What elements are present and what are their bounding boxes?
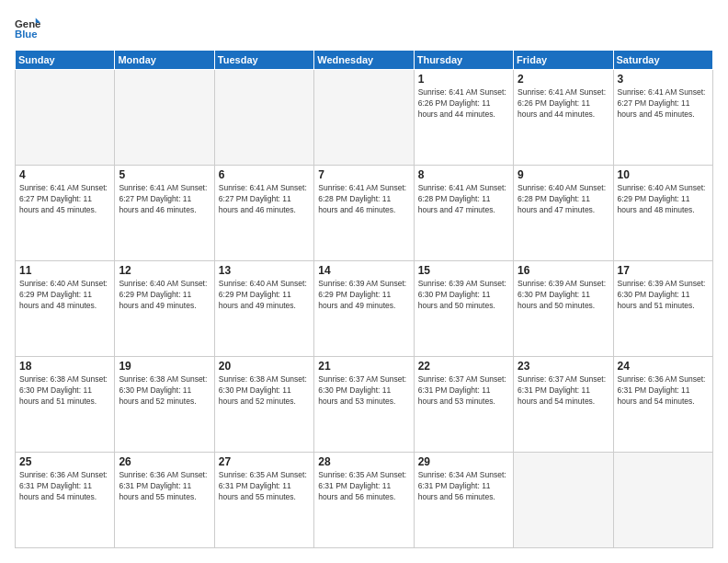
day-info: Sunrise: 6:41 AM Sunset: 6:26 PM Dayligh… xyxy=(518,87,609,121)
day-info: Sunrise: 6:38 AM Sunset: 6:30 PM Dayligh… xyxy=(119,374,210,408)
day-info: Sunrise: 6:40 AM Sunset: 6:29 PM Dayligh… xyxy=(219,279,310,312)
day-info: Sunrise: 6:39 AM Sunset: 6:30 PM Dayligh… xyxy=(618,279,709,312)
calendar-cell: 24Sunrise: 6:36 AM Sunset: 6:31 PM Dayli… xyxy=(613,357,712,453)
day-number: 14 xyxy=(318,264,409,277)
day-number: 7 xyxy=(318,168,409,181)
day-info: Sunrise: 6:41 AM Sunset: 6:26 PM Dayligh… xyxy=(418,87,509,121)
day-number: 10 xyxy=(618,168,709,181)
calendar-cell: 7Sunrise: 6:41 AM Sunset: 6:28 PM Daylig… xyxy=(314,166,414,261)
calendar-cell: 9Sunrise: 6:40 AM Sunset: 6:28 PM Daylig… xyxy=(514,166,613,261)
day-info: Sunrise: 6:40 AM Sunset: 6:28 PM Dayligh… xyxy=(518,183,609,216)
calendar-cell: 23Sunrise: 6:37 AM Sunset: 6:31 PM Dayli… xyxy=(514,357,613,453)
day-info: Sunrise: 6:36 AM Sunset: 6:31 PM Dayligh… xyxy=(19,470,110,503)
day-number: 19 xyxy=(119,360,210,373)
day-info: Sunrise: 6:40 AM Sunset: 6:29 PM Dayligh… xyxy=(119,279,210,312)
day-info: Sunrise: 6:37 AM Sunset: 6:31 PM Dayligh… xyxy=(418,374,509,408)
calendar-cell: 22Sunrise: 6:37 AM Sunset: 6:31 PM Dayli… xyxy=(414,357,513,453)
day-info: Sunrise: 6:41 AM Sunset: 6:27 PM Dayligh… xyxy=(119,183,210,216)
weekday-header-row: SundayMondayTuesdayWednesdayThursdayFrid… xyxy=(16,51,713,70)
day-info: Sunrise: 6:41 AM Sunset: 6:27 PM Dayligh… xyxy=(19,183,110,216)
day-info: Sunrise: 6:39 AM Sunset: 6:30 PM Dayligh… xyxy=(518,279,609,312)
weekday-sunday: Sunday xyxy=(16,51,115,70)
weekday-tuesday: Tuesday xyxy=(214,51,313,70)
calendar-cell: 21Sunrise: 6:37 AM Sunset: 6:30 PM Dayli… xyxy=(314,357,414,453)
day-number: 11 xyxy=(19,264,110,277)
calendar-cell xyxy=(115,70,214,166)
day-number: 24 xyxy=(618,360,709,373)
weekday-monday: Monday xyxy=(115,51,214,70)
day-number: 18 xyxy=(19,360,110,373)
day-number: 22 xyxy=(418,360,509,373)
day-number: 26 xyxy=(119,455,210,468)
calendar-cell: 15Sunrise: 6:39 AM Sunset: 6:30 PM Dayli… xyxy=(414,261,513,357)
day-info: Sunrise: 6:38 AM Sunset: 6:30 PM Dayligh… xyxy=(19,374,110,408)
calendar-cell: 19Sunrise: 6:38 AM Sunset: 6:30 PM Dayli… xyxy=(115,357,214,453)
day-info: Sunrise: 6:41 AM Sunset: 6:28 PM Dayligh… xyxy=(318,183,409,216)
day-info: Sunrise: 6:37 AM Sunset: 6:31 PM Dayligh… xyxy=(518,374,609,408)
calendar-cell: 25Sunrise: 6:36 AM Sunset: 6:31 PM Dayli… xyxy=(16,453,115,548)
day-info: Sunrise: 6:36 AM Sunset: 6:31 PM Dayligh… xyxy=(618,374,709,408)
day-number: 13 xyxy=(219,264,310,277)
calendar-cell: 14Sunrise: 6:39 AM Sunset: 6:29 PM Dayli… xyxy=(314,261,414,357)
calendar-cell: 11Sunrise: 6:40 AM Sunset: 6:29 PM Dayli… xyxy=(16,261,115,357)
calendar-cell xyxy=(214,70,313,166)
day-number: 8 xyxy=(418,168,509,181)
day-number: 17 xyxy=(618,264,709,277)
calendar-body: 1Sunrise: 6:41 AM Sunset: 6:26 PM Daylig… xyxy=(16,70,713,548)
weekday-friday: Friday xyxy=(514,51,613,70)
calendar-cell xyxy=(514,453,613,548)
weekday-wednesday: Wednesday xyxy=(314,51,414,70)
calendar-cell: 13Sunrise: 6:40 AM Sunset: 6:29 PM Dayli… xyxy=(214,261,313,357)
day-number: 9 xyxy=(518,168,609,181)
day-number: 25 xyxy=(19,455,110,468)
day-info: Sunrise: 6:41 AM Sunset: 6:27 PM Dayligh… xyxy=(618,87,709,121)
calendar-cell xyxy=(613,453,712,548)
calendar-cell: 18Sunrise: 6:38 AM Sunset: 6:30 PM Dayli… xyxy=(16,357,115,453)
day-info: Sunrise: 6:34 AM Sunset: 6:31 PM Dayligh… xyxy=(418,470,509,503)
day-number: 27 xyxy=(219,455,310,468)
day-info: Sunrise: 6:39 AM Sunset: 6:29 PM Dayligh… xyxy=(318,279,409,312)
calendar-week-4: 18Sunrise: 6:38 AM Sunset: 6:30 PM Dayli… xyxy=(16,357,713,453)
day-info: Sunrise: 6:41 AM Sunset: 6:28 PM Dayligh… xyxy=(418,183,509,216)
day-number: 20 xyxy=(219,360,310,373)
calendar-cell: 1Sunrise: 6:41 AM Sunset: 6:26 PM Daylig… xyxy=(414,70,513,166)
calendar-cell: 10Sunrise: 6:40 AM Sunset: 6:29 PM Dayli… xyxy=(613,166,712,261)
calendar-cell: 12Sunrise: 6:40 AM Sunset: 6:29 PM Dayli… xyxy=(115,261,214,357)
day-info: Sunrise: 6:40 AM Sunset: 6:29 PM Dayligh… xyxy=(618,183,709,216)
calendar-week-3: 11Sunrise: 6:40 AM Sunset: 6:29 PM Dayli… xyxy=(16,261,713,357)
day-info: Sunrise: 6:36 AM Sunset: 6:31 PM Dayligh… xyxy=(119,470,210,503)
day-info: Sunrise: 6:37 AM Sunset: 6:30 PM Dayligh… xyxy=(318,374,409,408)
calendar-cell: 29Sunrise: 6:34 AM Sunset: 6:31 PM Dayli… xyxy=(414,453,513,548)
day-info: Sunrise: 6:38 AM Sunset: 6:30 PM Dayligh… xyxy=(219,374,310,408)
day-number: 2 xyxy=(518,73,609,86)
day-number: 6 xyxy=(219,168,310,181)
header: General Blue xyxy=(15,15,713,40)
calendar-header: SundayMondayTuesdayWednesdayThursdayFrid… xyxy=(16,51,713,70)
calendar-cell: 26Sunrise: 6:36 AM Sunset: 6:31 PM Dayli… xyxy=(115,453,214,548)
logo: General Blue xyxy=(15,15,46,40)
day-info: Sunrise: 6:40 AM Sunset: 6:29 PM Dayligh… xyxy=(19,279,110,312)
svg-text:Blue: Blue xyxy=(15,29,38,40)
day-number: 29 xyxy=(418,455,509,468)
calendar-table: SundayMondayTuesdayWednesdayThursdayFrid… xyxy=(15,50,713,548)
calendar-cell: 20Sunrise: 6:38 AM Sunset: 6:30 PM Dayli… xyxy=(214,357,313,453)
calendar-cell xyxy=(16,70,115,166)
calendar-cell: 17Sunrise: 6:39 AM Sunset: 6:30 PM Dayli… xyxy=(613,261,712,357)
calendar-cell: 2Sunrise: 6:41 AM Sunset: 6:26 PM Daylig… xyxy=(514,70,613,166)
calendar-week-1: 1Sunrise: 6:41 AM Sunset: 6:26 PM Daylig… xyxy=(16,70,713,166)
weekday-saturday: Saturday xyxy=(613,51,712,70)
calendar-cell: 6Sunrise: 6:41 AM Sunset: 6:27 PM Daylig… xyxy=(214,166,313,261)
day-number: 16 xyxy=(518,264,609,277)
calendar-cell: 3Sunrise: 6:41 AM Sunset: 6:27 PM Daylig… xyxy=(613,70,712,166)
day-number: 4 xyxy=(19,168,110,181)
day-number: 21 xyxy=(318,360,409,373)
calendar-cell: 28Sunrise: 6:35 AM Sunset: 6:31 PM Dayli… xyxy=(314,453,414,548)
day-info: Sunrise: 6:35 AM Sunset: 6:31 PM Dayligh… xyxy=(318,470,409,503)
calendar-cell: 4Sunrise: 6:41 AM Sunset: 6:27 PM Daylig… xyxy=(16,166,115,261)
calendar-cell: 5Sunrise: 6:41 AM Sunset: 6:27 PM Daylig… xyxy=(115,166,214,261)
day-number: 28 xyxy=(318,455,409,468)
logo-icon: General Blue xyxy=(15,15,40,40)
calendar-cell: 16Sunrise: 6:39 AM Sunset: 6:30 PM Dayli… xyxy=(514,261,613,357)
calendar-cell: 8Sunrise: 6:41 AM Sunset: 6:28 PM Daylig… xyxy=(414,166,513,261)
calendar-week-2: 4Sunrise: 6:41 AM Sunset: 6:27 PM Daylig… xyxy=(16,166,713,261)
